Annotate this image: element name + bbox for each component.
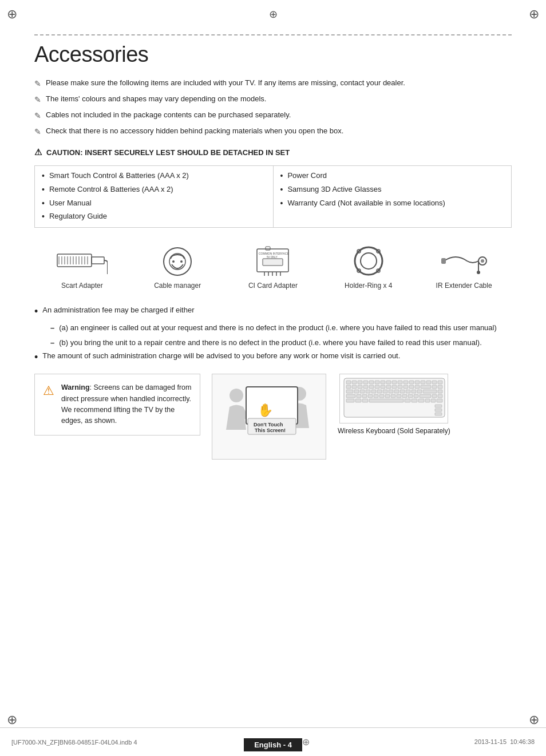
svg-rect-68 [375, 385, 379, 389]
acc-item: • Warranty Card (Not available in some l… [280, 197, 505, 211]
svg-rect-96 [362, 394, 367, 398]
scart-icon [45, 244, 119, 278]
svg-rect-1 [92, 257, 104, 264]
acc-item: • Samsung 3D Active Glasses [280, 183, 505, 197]
svg-rect-76 [421, 385, 431, 389]
svg-point-35 [481, 259, 484, 263]
accessories-table: • Smart Touch Control & Batteries (AAA x… [34, 165, 512, 228]
admin-amount-bullet: • The amount of such administration char… [34, 351, 512, 362]
svg-rect-81 [360, 390, 365, 393]
page-number-box: English - 4 [244, 738, 302, 751]
svg-rect-108 [438, 394, 442, 398]
svg-rect-79 [346, 390, 353, 393]
svg-rect-110 [355, 399, 361, 402]
svg-rect-58 [415, 381, 420, 384]
svg-rect-92 [423, 390, 437, 393]
svg-rect-50 [369, 381, 374, 384]
svg-point-27 [355, 247, 382, 275]
note-icon: ✎ [34, 78, 41, 90]
warning-text: Warning: Screens can be damaged from dir… [61, 382, 192, 427]
svg-rect-97 [368, 394, 373, 398]
svg-rect-101 [391, 394, 395, 398]
svg-rect-112 [369, 399, 403, 402]
keyboard-label: Wireless Keyboard (Sold Separately) [338, 427, 450, 435]
page-title: Accessories [34, 42, 512, 67]
svg-rect-62 [438, 381, 442, 384]
svg-rect-61 [432, 381, 437, 384]
note-icon: ✎ [34, 126, 41, 138]
svg-rect-115 [418, 399, 424, 402]
svg-point-15 [172, 260, 175, 263]
svg-rect-104 [408, 394, 413, 398]
svg-rect-67 [369, 385, 374, 389]
note-item: ✎ Check that there is no accessory hidde… [34, 125, 512, 138]
svg-rect-71 [392, 385, 397, 389]
svg-text:5V ONLY: 5V ONLY [267, 256, 278, 259]
svg-rect-82 [366, 390, 370, 393]
item-scart: Scart Adapter [45, 244, 119, 290]
svg-text:This Screen!: This Screen! [255, 428, 286, 433]
acc-item: • Power Cord [280, 169, 505, 183]
svg-rect-102 [397, 394, 401, 398]
svg-rect-74 [409, 385, 414, 389]
svg-rect-57 [409, 381, 414, 384]
cable-icon [140, 244, 215, 278]
item-label: CI Card Adapter [236, 282, 310, 290]
sub-bullet-b: – (b) you bring the unit to a repair cen… [50, 337, 512, 349]
svg-rect-121 [435, 413, 442, 415]
ring-icon [331, 244, 406, 278]
keyboard-section: Wireless Keyboard (Sold Separately) [338, 374, 450, 435]
svg-rect-113 [405, 399, 410, 402]
svg-rect-70 [386, 385, 391, 389]
svg-rect-72 [398, 385, 402, 389]
svg-text:✋: ✋ [258, 402, 274, 418]
warning-triangle-icon: ⚠ [43, 383, 54, 398]
svg-rect-90 [412, 390, 416, 393]
item-label: Cable manager [140, 282, 215, 290]
svg-rect-109 [346, 399, 354, 402]
acc-item: • User Manual [42, 197, 266, 211]
svg-rect-53 [386, 381, 391, 384]
svg-rect-116 [425, 399, 430, 402]
svg-rect-64 [352, 385, 357, 389]
svg-rect-52 [381, 381, 385, 384]
ci-icon: COMMON INTERFACE 5V ONLY [236, 244, 310, 278]
svg-rect-91 [417, 390, 422, 393]
svg-rect-77 [432, 385, 437, 389]
item-label: Scart Adapter [45, 282, 119, 290]
svg-rect-47 [352, 381, 357, 384]
item-label: IR Extender Cable [427, 282, 501, 290]
svg-rect-88 [400, 390, 405, 393]
caution-header: ⚠ CAUTION: INSERT SECURELY LEST SHOULD B… [34, 147, 512, 157]
svg-rect-33 [441, 258, 446, 264]
acc-item: • Remote Control & Batteries (AAA x 2) [42, 183, 266, 197]
svg-rect-117 [431, 399, 436, 402]
note-icon: ✎ [34, 110, 41, 122]
svg-rect-93 [438, 390, 442, 393]
svg-rect-66 [363, 385, 368, 389]
svg-rect-105 [414, 394, 418, 398]
svg-rect-106 [420, 394, 431, 398]
item-label: Holder-Ring x 4 [331, 282, 406, 290]
dashed-separator [34, 34, 512, 35]
svg-rect-89 [406, 390, 410, 393]
items-row: Scart Adapter Cable manager [34, 238, 512, 295]
svg-rect-99 [379, 394, 384, 398]
svg-rect-51 [375, 381, 379, 384]
svg-rect-63 [346, 385, 351, 389]
warning-box: ⚠ Warning: Screens can be damaged from d… [34, 374, 200, 436]
ir-icon [427, 244, 501, 278]
screen-image: ✋ Don't Touch This Screen! [212, 374, 326, 460]
warning-section: ⚠ Warning: Screens can be damaged from d… [34, 374, 512, 460]
note-item: ✎ Cables not included in the package con… [34, 109, 512, 122]
top-center-symbol: ⊕ [0, 8, 546, 21]
note-item: ✎ Please make sure the following items a… [34, 77, 512, 90]
svg-rect-0 [57, 254, 92, 267]
svg-rect-73 [403, 385, 408, 389]
svg-rect-78 [438, 385, 442, 389]
admin-main-bullet: • An administration fee may be charged i… [34, 306, 512, 316]
svg-rect-48 [358, 381, 362, 384]
svg-rect-56 [403, 381, 408, 384]
admin-fee-section: • An administration fee may be charged i… [34, 306, 512, 362]
svg-rect-49 [363, 381, 368, 384]
